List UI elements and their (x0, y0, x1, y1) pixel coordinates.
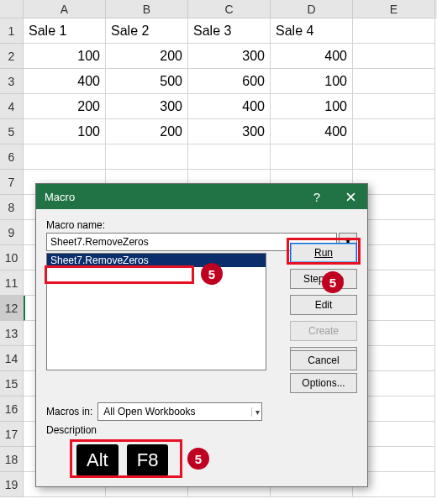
cell[interactable]: 300 (188, 119, 271, 144)
select-all-corner[interactable] (0, 0, 24, 18)
cell[interactable]: 400 (271, 119, 353, 144)
cell[interactable]: 600 (188, 69, 271, 94)
cell[interactable] (353, 69, 435, 94)
col-header-C[interactable]: C (188, 0, 271, 18)
cell[interactable]: 100 (271, 69, 353, 94)
row-header[interactable]: 4 (0, 94, 24, 119)
data-row: 4 200 300 400 100 (0, 94, 437, 119)
annotation-callout: 5 (187, 448, 209, 470)
cell[interactable]: 500 (106, 69, 188, 94)
cell[interactable]: 200 (106, 44, 188, 69)
cell[interactable]: Sale 1 (24, 18, 106, 44)
row-header[interactable]: 19 (0, 472, 24, 497)
row-header[interactable]: 15 (0, 371, 24, 396)
row-header[interactable]: 10 (0, 245, 24, 270)
keycap-group: Alt F8 (76, 444, 168, 476)
cell[interactable] (353, 18, 435, 44)
row-header[interactable]: 9 (0, 220, 24, 245)
dialog-titlebar[interactable]: Macro ? (36, 184, 367, 209)
cell[interactable]: Sale 2 (106, 18, 188, 44)
row-header[interactable]: 16 (0, 396, 24, 422)
step-into-button[interactable]: Step Into (290, 269, 357, 289)
cell[interactable]: Sale 3 (188, 18, 271, 44)
row-header[interactable]: 13 (0, 321, 24, 346)
keycap-f8: F8 (127, 444, 169, 476)
cell[interactable] (106, 144, 188, 170)
row-header[interactable]: 1 (0, 18, 24, 44)
data-row: 3 400 500 600 100 (0, 69, 437, 94)
macro-dialog: Macro ? Macro name: ⬆ Sheet7.RemoveZeros… (35, 183, 368, 487)
row-header[interactable]: 14 (0, 346, 24, 371)
help-button[interactable]: ? (300, 184, 334, 209)
run-button[interactable]: Run (290, 243, 357, 263)
row-header[interactable]: 17 (0, 422, 24, 447)
macros-in-value: All Open Workbooks (103, 406, 195, 417)
column-header-row: A B C D E (0, 0, 437, 18)
close-icon (346, 192, 355, 202)
macro-list[interactable]: Sheet7.RemoveZeros (46, 253, 266, 370)
cell[interactable]: 200 (106, 119, 188, 144)
close-button[interactable] (334, 184, 367, 209)
cell[interactable]: 100 (24, 44, 106, 69)
row-header[interactable]: 11 (0, 270, 24, 296)
cancel-button[interactable]: Cancel (290, 350, 357, 370)
cell[interactable]: 100 (24, 119, 106, 144)
data-row: 5 100 200 300 400 (0, 119, 437, 144)
data-row: 2 100 200 300 400 (0, 44, 437, 69)
data-row: 1 Sale 1 Sale 2 Sale 3 Sale 4 (0, 18, 437, 44)
row-header[interactable]: 5 (0, 119, 24, 144)
cell[interactable] (188, 144, 271, 170)
row-header[interactable]: 3 (0, 69, 24, 94)
row-header[interactable]: 18 (0, 447, 24, 472)
cell[interactable] (353, 94, 435, 119)
row-header[interactable]: 7 (0, 170, 24, 195)
cell[interactable] (353, 119, 435, 144)
macros-in-select[interactable]: All Open Workbooks ▾ (97, 402, 262, 421)
chevron-down-icon: ▾ (251, 407, 260, 417)
cell[interactable]: 400 (188, 94, 271, 119)
cell[interactable]: 400 (24, 69, 106, 94)
col-header-A[interactable]: A (24, 0, 106, 18)
cell[interactable]: 400 (271, 44, 353, 69)
row-header[interactable]: 12 (0, 296, 24, 321)
row-header[interactable]: 2 (0, 44, 24, 69)
description-label: Description (46, 424, 97, 436)
cell[interactable] (271, 144, 353, 170)
cell[interactable]: 100 (271, 94, 353, 119)
cell[interactable]: 300 (188, 44, 271, 69)
macro-name-label: Macro name: (46, 219, 357, 231)
cell[interactable]: 300 (106, 94, 188, 119)
keycap-alt: Alt (76, 444, 118, 476)
dialog-button-column: Run Step Into Edit Create Delete Options… (290, 243, 357, 393)
col-header-B[interactable]: B (106, 0, 188, 18)
cell[interactable]: Sale 4 (271, 18, 353, 44)
edit-button[interactable]: Edit (290, 295, 357, 315)
macro-list-item[interactable]: Sheet7.RemoveZeros (47, 254, 266, 267)
row-header[interactable]: 8 (0, 195, 24, 220)
row-header[interactable]: 6 (0, 144, 24, 170)
col-header-D[interactable]: D (271, 0, 353, 18)
cell[interactable]: 200 (24, 94, 106, 119)
cell[interactable] (353, 44, 435, 69)
create-button: Create (290, 321, 357, 341)
macros-in-label: Macros in: (46, 406, 92, 417)
cell[interactable] (24, 144, 106, 170)
dialog-title: Macro (45, 191, 300, 203)
options-button[interactable]: Options... (290, 373, 357, 393)
col-header-E[interactable]: E (353, 0, 435, 18)
cell[interactable] (353, 144, 435, 170)
